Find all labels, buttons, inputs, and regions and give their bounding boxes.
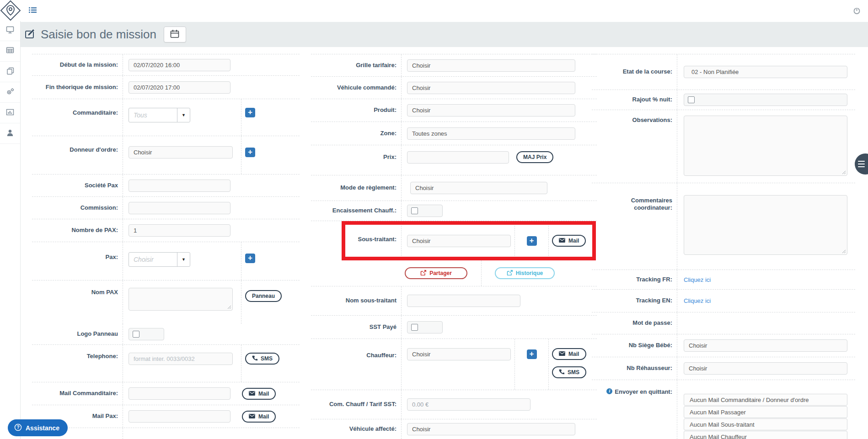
sms-button[interactable]: SMS bbox=[245, 353, 279, 365]
pax-combobox[interactable]: Choisir bbox=[129, 252, 190, 267]
add-chauffeur-button[interactable] bbox=[527, 349, 537, 359]
societe-pax-input[interactable] bbox=[129, 180, 230, 192]
telephone-input[interactable] bbox=[129, 353, 233, 365]
observations-textarea[interactable] bbox=[684, 116, 847, 175]
historique-button[interactable]: Historique bbox=[495, 267, 555, 279]
sidebar-item-settings[interactable] bbox=[0, 82, 20, 103]
edit-pencil-icon bbox=[25, 29, 36, 41]
sous-traitant-label: Sous-traitant: bbox=[311, 221, 401, 260]
sidebar-item-stats[interactable] bbox=[0, 103, 20, 123]
commanditaire-combobox[interactable]: Tous bbox=[129, 108, 190, 122]
resize-grip-icon[interactable] bbox=[842, 249, 846, 254]
logo-panneau-checkbox-box bbox=[129, 328, 164, 340]
envoyer-option[interactable]: Aucun Mail Passager bbox=[684, 406, 847, 418]
add-donneur-ordre-button[interactable] bbox=[245, 148, 255, 157]
app-logo[interactable] bbox=[0, 0, 21, 21]
side-panel-toggle-button[interactable] bbox=[855, 153, 868, 175]
com-chauff-label: Com. Chauff / Tarif SST: bbox=[311, 390, 401, 419]
nb-siege-bebe-select[interactable]: Choisir bbox=[684, 339, 847, 352]
field-row-mode-reglement: Mode de règlement: Choisir bbox=[311, 175, 597, 201]
chauffeur-select[interactable]: Choisir bbox=[407, 348, 511, 360]
panneau-button[interactable]: Panneau bbox=[245, 290, 282, 302]
mail-commanditaire-button[interactable]: Mail bbox=[242, 388, 276, 400]
resize-grip-icon[interactable] bbox=[227, 305, 231, 309]
mail-pax-button[interactable]: Mail bbox=[242, 411, 276, 423]
menu-list-icon[interactable] bbox=[29, 7, 37, 15]
power-icon[interactable] bbox=[853, 7, 861, 16]
field-row-nom-sous-traitant: Nom sous-traitant bbox=[311, 286, 597, 316]
produit-select[interactable]: Choisir bbox=[407, 104, 575, 116]
dropdown-arrow-icon[interactable] bbox=[177, 253, 190, 266]
mot-de-passe-label: Mot de passe: bbox=[592, 312, 677, 334]
commanditaire-label: Commanditaire: bbox=[32, 99, 123, 136]
field-row-nb-siege-bebe: Nb Siège Bébé: Choisir bbox=[592, 334, 855, 357]
topbar bbox=[21, 0, 868, 22]
observations-label: Observations: bbox=[592, 110, 677, 183]
com-chauff-input[interactable] bbox=[407, 398, 530, 411]
vehicule-affecte-select[interactable]: Choisir bbox=[407, 423, 575, 435]
encaissement-checkbox[interactable] bbox=[411, 207, 418, 214]
dropdown-arrow-icon[interactable] bbox=[177, 108, 190, 122]
etat-course-select[interactable]: 02 - Non Planifiée bbox=[684, 66, 847, 78]
commentaires-textarea[interactable] bbox=[684, 196, 847, 254]
field-row-telephone: Telephone: SMS bbox=[32, 345, 300, 382]
mode-reglement-select[interactable]: Choisir bbox=[410, 182, 547, 194]
add-commanditaire-button[interactable] bbox=[245, 108, 255, 117]
field-row-nb-rehausseur: Nb Réhausseur: Choisir bbox=[592, 357, 855, 380]
assistance-button[interactable]: ? Assistance bbox=[8, 419, 68, 436]
field-row-debut-mission: Début de la mission: bbox=[32, 54, 300, 76]
field-row-societe-pax: Société Pax bbox=[32, 175, 300, 197]
envoyer-option[interactable]: Aucun Mail Commanditaire / Donneur d'ord… bbox=[684, 394, 847, 406]
partager-button[interactable]: Partager bbox=[405, 267, 467, 279]
field-row-nombre-pax: Nombre de PAX: bbox=[32, 219, 300, 242]
nom-sous-traitant-input[interactable] bbox=[407, 295, 520, 307]
envoyer-option[interactable]: Aucun Mail Sous-traitant bbox=[684, 418, 847, 430]
sst-paye-label: SST Payé bbox=[311, 316, 401, 339]
sous-traitant-select[interactable]: Choisir bbox=[407, 235, 511, 247]
nb-rehausseur-select[interactable]: Choisir bbox=[684, 362, 847, 375]
grille-tarifaire-select[interactable]: Choisir bbox=[407, 59, 575, 72]
fin-mission-input[interactable] bbox=[129, 81, 230, 94]
sms-chauffeur-button[interactable]: SMS bbox=[552, 366, 586, 378]
add-pax-button[interactable] bbox=[245, 254, 255, 263]
sidebar-item-documents[interactable] bbox=[0, 62, 20, 82]
field-row-tracking-fr: Tracking FR: Cliquez ici bbox=[592, 270, 855, 290]
mail-chauffeur-button[interactable]: Mail bbox=[552, 348, 586, 360]
field-row-mot-de-passe: Mot de passe: bbox=[592, 312, 855, 334]
phone-icon bbox=[252, 355, 257, 362]
field-row-chauffeur: Chauffeur: Choisir Mail bbox=[311, 339, 597, 390]
field-row-left-partial bbox=[32, 428, 300, 439]
telephone-label: Telephone: bbox=[32, 345, 123, 382]
phone-icon bbox=[559, 369, 564, 376]
zone-select[interactable]: Toutes zones bbox=[407, 127, 575, 140]
envoyer-option[interactable]: Aucun Mail Chauffeur bbox=[684, 431, 847, 439]
sidebar-item-planning[interactable] bbox=[0, 41, 20, 62]
maj-prix-button[interactable]: MAJ Prix bbox=[516, 151, 553, 163]
donneur-ordre-select[interactable]: Choisir bbox=[129, 146, 233, 159]
desktop-icon bbox=[6, 26, 14, 36]
mail-sous-traitant-button[interactable]: Mail bbox=[552, 235, 586, 247]
nom-pax-textarea[interactable] bbox=[129, 288, 232, 310]
add-sous-traitant-button[interactable] bbox=[527, 236, 537, 246]
debut-mission-input[interactable] bbox=[129, 59, 230, 71]
field-row-vehicule-commande: Véhicule commandé: Choisir bbox=[311, 77, 597, 99]
sidebar-item-dashboard[interactable] bbox=[0, 21, 20, 41]
calendar-button[interactable] bbox=[164, 26, 186, 42]
prix-input[interactable] bbox=[407, 151, 509, 164]
field-row-commission: Commission: bbox=[32, 197, 300, 219]
nom-pax-label: Nom PAX bbox=[32, 280, 123, 324]
sst-paye-checkbox[interactable] bbox=[411, 324, 418, 331]
logo-panneau-checkbox[interactable] bbox=[133, 331, 139, 338]
tracking-fr-link[interactable]: Cliquez ici bbox=[684, 276, 711, 283]
vehicule-commande-select[interactable]: Choisir bbox=[407, 82, 575, 94]
mail-pax-input[interactable] bbox=[129, 410, 230, 423]
sidebar-item-users[interactable] bbox=[0, 123, 20, 144]
resize-grip-icon[interactable] bbox=[842, 170, 846, 175]
rajout-nuit-checkbox[interactable] bbox=[688, 96, 695, 103]
tracking-en-link[interactable]: Cliquez ici bbox=[684, 297, 711, 304]
commentaires-label: Commentaires coordinateur: bbox=[592, 183, 677, 270]
mail-commanditaire-input[interactable] bbox=[129, 387, 230, 400]
nombre-pax-input[interactable] bbox=[129, 224, 230, 237]
field-row-tracking-en: Tracking EN: Cliquez ici bbox=[592, 290, 855, 312]
commission-input[interactable] bbox=[129, 202, 230, 214]
